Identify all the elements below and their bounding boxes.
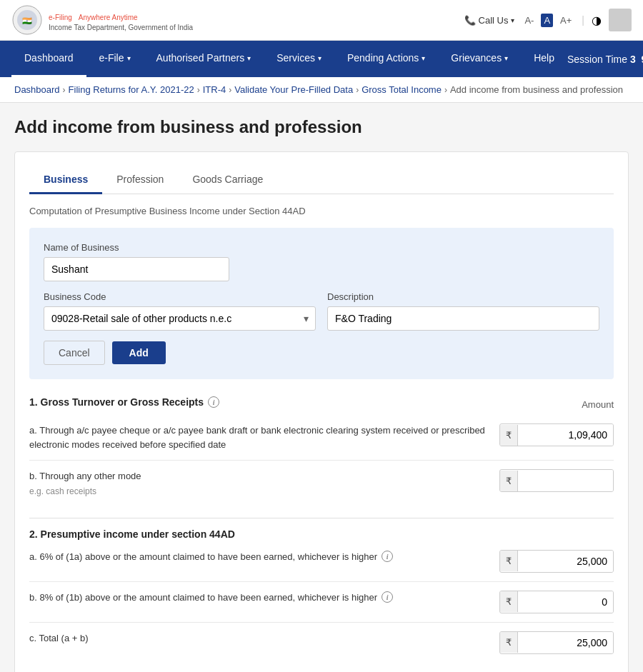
gross-field-b-input[interactable] <box>518 470 613 491</box>
breadcrumb-dashboard[interactable]: Dashboard <box>14 84 60 95</box>
presumptive-field-b-input[interactable] <box>518 591 613 613</box>
presumptive-field-b-label-text: b. 8% of (1b) above or the amount claime… <box>29 591 485 605</box>
nav-efile[interactable]: e-File ▾ <box>86 41 144 77</box>
presumptive-field-a-label: a. 6% of (1a) above or the amount claime… <box>29 550 499 564</box>
nav-authorised-chevron: ▾ <box>247 54 251 62</box>
presumptive-heading-text: 2. Presumptive income under section 44AD <box>29 528 235 540</box>
presumptive-field-b-label: b. 8% of (1b) above or the amount claime… <box>29 591 499 605</box>
breadcrumb: Dashboard › Filing Returns for A.Y. 2021… <box>14 84 629 95</box>
name-of-business-group: Name of Business <box>44 242 599 281</box>
rupee-icon-pa: ₹ <box>500 551 518 571</box>
rupee-icon-a: ₹ <box>500 425 518 446</box>
nav-services-label: Services <box>276 52 315 64</box>
description-input[interactable] <box>327 306 599 331</box>
business-code-label: Business Code <box>44 291 316 302</box>
logo-subtitle: Income Tax Department, Government of Ind… <box>49 24 193 31</box>
nav-services[interactable]: Services ▾ <box>264 41 334 77</box>
top-right: 📞 Call Us ▾ A- A A+ | ◑ <box>464 9 632 31</box>
call-us-label: Call Us <box>479 15 509 26</box>
presumptive-field-a-amount: ₹ <box>499 550 614 573</box>
nav-pending-actions[interactable]: Pending Actions ▾ <box>334 41 438 77</box>
presumptive-section: 2. Presumptive income under section 44AD… <box>29 528 614 663</box>
presumptive-field-c-label: c. Total (a + b) <box>29 631 499 646</box>
gross-field-a-amount: ₹ <box>499 423 614 446</box>
nav-authorised-partners[interactable]: Authorised Partners ▾ <box>144 41 264 77</box>
presumptive-b-info-icon[interactable]: i <box>382 591 393 603</box>
breadcrumb-sep-2: › <box>197 85 200 95</box>
presumptive-heading: 2. Presumptive income under section 44AD <box>29 528 614 540</box>
breadcrumb-current: Add income from business and profession <box>450 84 623 95</box>
description-label: Description <box>327 291 599 302</box>
user-avatar <box>609 9 632 31</box>
font-controls: A- A A+ | ◑ <box>522 14 602 27</box>
tab-business[interactable]: Business <box>29 166 102 194</box>
session-time: Session Time 3 9 : 3 5 <box>567 54 643 65</box>
gross-turnover-info-icon[interactable]: i <box>208 396 219 408</box>
font-normal-button[interactable]: A <box>541 14 553 27</box>
nav-help[interactable]: Help <box>521 41 567 77</box>
presumptive-field-a-label-text: a. 6% of (1a) above or the amount claime… <box>29 550 485 564</box>
breadcrumb-section: Dashboard › Filing Returns for A.Y. 2021… <box>0 77 643 103</box>
font-decrease-button[interactable]: A- <box>522 14 537 27</box>
presumptive-field-c-input[interactable] <box>518 632 613 653</box>
font-increase-button[interactable]: A+ <box>557 14 574 27</box>
logo-area: 🇮🇳 e-Filing Anywhere Anytime Income Tax … <box>11 4 193 36</box>
presumptive-field-a-row: a. 6% of (1a) above or the amount claime… <box>29 550 614 582</box>
business-code-select[interactable]: 09028-Retail sale of other products n.e.… <box>44 306 316 331</box>
gross-field-a-row: a. Through a/c payee cheque or a/c payee… <box>29 423 614 461</box>
breadcrumb-sep-5: › <box>444 85 447 95</box>
call-us-button[interactable]: 📞 Call Us ▾ <box>464 15 515 26</box>
main-content: Add income from business and profession … <box>0 103 643 672</box>
nav-grievances[interactable]: Grievances ▾ <box>438 41 521 77</box>
breadcrumb-filing-returns[interactable]: Filing Returns for A.Y. 2021-22 <box>69 84 194 95</box>
tabs: Business Profession Goods Carriage <box>29 166 614 194</box>
breadcrumb-itr4[interactable]: ITR-4 <box>203 84 226 95</box>
name-of-business-input[interactable] <box>44 257 229 281</box>
contrast-button[interactable]: ◑ <box>592 14 602 27</box>
tab-profession[interactable]: Profession <box>102 166 178 194</box>
form-cancel-button[interactable]: Cancel <box>44 341 105 365</box>
nav-grievances-label: Grievances <box>451 52 502 64</box>
session-label: Session Time <box>567 54 627 65</box>
breadcrumb-sep-3: › <box>229 85 231 95</box>
nav-dashboard-label: Dashboard <box>24 52 74 64</box>
form-add-button[interactable]: Add <box>112 341 166 364</box>
emblem-icon: 🇮🇳 <box>11 4 43 36</box>
tagline-label: Anywhere Anytime <box>79 14 138 21</box>
breadcrumb-sep-4: › <box>356 85 359 95</box>
nav-efile-label: e-File <box>99 52 124 64</box>
presumptive-a-text: a. 6% of (1a) above or the amount claime… <box>29 550 377 564</box>
session-digits: 3 9 : 3 5 <box>630 54 643 65</box>
presumptive-b-text: b. 8% of (1b) above or the amount claime… <box>29 591 377 605</box>
presumptive-c-text: c. Total (a + b) <box>29 633 89 643</box>
nav-dashboard[interactable]: Dashboard <box>11 41 86 77</box>
nav-bar: Dashboard e-File ▾ Authorised Partners ▾… <box>0 41 643 77</box>
nav-authorised-partners-label: Authorised Partners <box>156 52 245 64</box>
tab-goods-carriage[interactable]: Goods Carriage <box>178 166 277 194</box>
efiling-label: e-Filing <box>49 14 72 21</box>
phone-icon: 📞 <box>464 15 476 26</box>
breadcrumb-validate[interactable]: Validate Your Pre-Filled Data <box>234 84 353 95</box>
gross-field-a-label: a. Through a/c payee cheque or a/c payee… <box>29 423 499 451</box>
logo-text: e-Filing Anywhere Anytime Income Tax Dep… <box>49 9 193 31</box>
nav-grievances-chevron: ▾ <box>504 54 508 62</box>
nav-services-chevron: ▾ <box>318 54 322 62</box>
rupee-icon-b: ₹ <box>500 471 518 491</box>
logo-efiling: e-Filing Anywhere Anytime <box>49 9 193 24</box>
breadcrumb-sep-1: › <box>63 85 66 95</box>
rupee-icon-pb: ₹ <box>500 591 518 612</box>
breadcrumb-gross-total[interactable]: Gross Total Income <box>362 84 442 95</box>
name-of-business-label: Name of Business <box>44 242 599 253</box>
gross-turnover-heading: 1. Gross Turnover or Gross Receipts i <box>29 396 219 408</box>
nav-help-label: Help <box>534 52 554 64</box>
business-code-select-wrapper: 09028-Retail sale of other products n.e.… <box>44 306 316 331</box>
nav-efile-chevron: ▾ <box>127 54 131 62</box>
divider-1 <box>29 518 614 518</box>
code-description-row: Business Code 09028-Retail sale of other… <box>44 291 599 331</box>
presumptive-field-c-amount: ₹ <box>499 631 614 654</box>
presumptive-a-info-icon[interactable]: i <box>382 551 393 562</box>
gross-field-a-input[interactable] <box>518 424 613 446</box>
presumptive-field-a-input[interactable] <box>518 551 613 572</box>
gross-turnover-section: 1. Gross Turnover or Gross Receipts i Am… <box>29 396 614 506</box>
gross-field-b-row: b. Through any other mode e.g. cash rece… <box>29 469 614 506</box>
